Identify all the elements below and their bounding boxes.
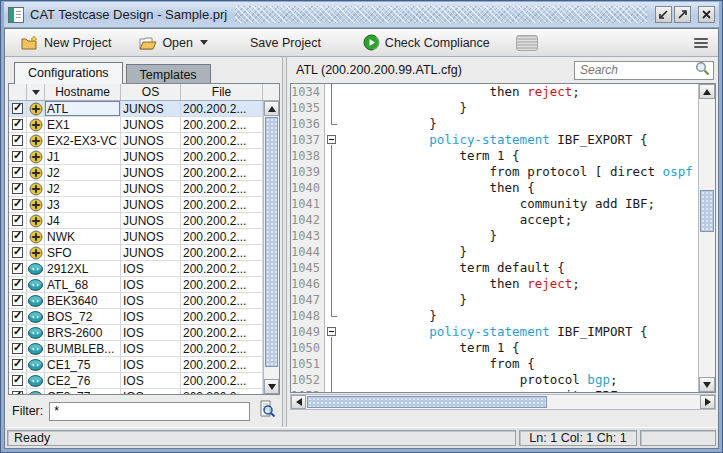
- row-checkbox[interactable]: [12, 167, 23, 178]
- fold-margin: [325, 276, 339, 292]
- editor-hscrollbar-thumb[interactable]: [307, 396, 547, 408]
- table-row[interactable]: NWKJUNOS200.200.2...: [9, 229, 263, 245]
- table-row[interactable]: CE2_76IOS200.200.2...: [9, 373, 263, 389]
- table-row[interactable]: CE1_75IOS200.200.2...: [9, 357, 263, 373]
- table-row[interactable]: SFOJUNOS200.200.2...: [9, 245, 263, 261]
- row-checkbox[interactable]: [12, 199, 23, 210]
- editor-scroll-right-button[interactable]: [700, 395, 715, 409]
- row-checkbox[interactable]: [12, 375, 23, 386]
- tab-configurations[interactable]: Configurations: [14, 62, 123, 84]
- hostname-cell: CE2_76: [45, 373, 121, 388]
- file-cell: 200.200.2...: [181, 373, 263, 388]
- row-checkbox[interactable]: [12, 151, 23, 162]
- row-checkbox[interactable]: [12, 359, 23, 370]
- search-input[interactable]: [580, 63, 695, 77]
- fold-margin: [325, 100, 339, 116]
- table-row[interactable]: 2912XLIOS200.200.2...: [9, 261, 263, 277]
- open-folder-icon: [139, 35, 157, 51]
- table-row[interactable]: EX1JUNOS200.200.2...: [9, 117, 263, 133]
- scroll-down-button[interactable]: [264, 379, 279, 394]
- editor-scroll-up-button[interactable]: [699, 84, 715, 99]
- line-number: 1048: [291, 308, 325, 324]
- tab-templates[interactable]: Templates: [126, 64, 211, 83]
- row-checkbox[interactable]: [12, 327, 23, 338]
- code-fold-minus-icon[interactable]: [327, 327, 336, 336]
- file-column-header[interactable]: File: [181, 84, 263, 100]
- row-checkbox[interactable]: [12, 311, 23, 322]
- row-checkbox[interactable]: [12, 215, 23, 226]
- open-button[interactable]: Open: [131, 33, 216, 53]
- title-bar[interactable]: CAT Testcase Design - Sample.prj: [4, 2, 719, 28]
- table-row[interactable]: ATLJUNOS200.200.2...: [9, 101, 263, 117]
- table-scrollbar[interactable]: [263, 101, 279, 394]
- filter-search-button[interactable]: [256, 400, 278, 422]
- filter-input[interactable]: [49, 402, 250, 421]
- row-checkbox[interactable]: [12, 247, 23, 258]
- checkbox-column-header[interactable]: [9, 84, 27, 100]
- table-row[interactable]: BEK3640IOS200.200.2...: [9, 293, 263, 309]
- table-row[interactable]: BUMBLEB...IOS200.200.2...: [9, 341, 263, 357]
- code-text: }: [339, 100, 467, 116]
- scroll-up-button[interactable]: [264, 101, 279, 116]
- table-row[interactable]: J4JUNOS200.200.2...: [9, 213, 263, 229]
- check-compliance-button[interactable]: Check Compliance: [355, 32, 498, 53]
- editor-scroll-down-button[interactable]: [699, 377, 715, 392]
- row-checkbox[interactable]: [12, 231, 23, 242]
- column-filter-header[interactable]: [27, 84, 45, 100]
- table-row[interactable]: J2JUNOS200.200.2...: [9, 165, 263, 181]
- code-fold-minus-icon[interactable]: [327, 135, 336, 144]
- row-checkbox[interactable]: [12, 135, 23, 146]
- row-checkbox[interactable]: [12, 279, 23, 290]
- close-button[interactable]: [698, 6, 715, 23]
- code-line: 1047 }: [291, 292, 698, 308]
- hamburger-menu-icon[interactable]: [694, 38, 710, 48]
- line-number: 1044: [291, 244, 325, 260]
- open-label: Open: [162, 36, 193, 50]
- table-row[interactable]: BOS_72IOS200.200.2...: [9, 309, 263, 325]
- file-cell: 200.200.2...: [181, 325, 263, 340]
- table-row[interactable]: BRS-2600IOS200.200.2...: [9, 325, 263, 341]
- junos-router-icon: [27, 149, 45, 164]
- status-extra: [640, 430, 716, 446]
- table-row[interactable]: EX2-EX3-VCJUNOS200.200.2...: [9, 133, 263, 149]
- fold-margin: [325, 340, 339, 356]
- row-checkbox[interactable]: [12, 183, 23, 194]
- table-row[interactable]: J1JUNOS200.200.2...: [9, 149, 263, 165]
- code-text: then reject;: [339, 84, 580, 100]
- row-checkbox[interactable]: [12, 103, 23, 114]
- os-cell: JUNOS: [121, 101, 181, 116]
- save-project-button[interactable]: Save Project: [242, 34, 329, 52]
- table-row[interactable]: J3JUNOS200.200.2...: [9, 197, 263, 213]
- row-checkbox[interactable]: [12, 295, 23, 306]
- code-editor[interactable]: 1034 then reject;1035 }1036 }1037 policy…: [290, 83, 716, 393]
- os-cell: IOS: [121, 325, 181, 340]
- minimize-button[interactable]: [655, 6, 672, 23]
- os-column-header[interactable]: OS: [121, 84, 181, 100]
- table-row[interactable]: J2JUNOS200.200.2...: [9, 181, 263, 197]
- row-checkbox[interactable]: [12, 119, 23, 130]
- search-magnifier-icon[interactable]: [695, 61, 710, 80]
- file-cell: 200.200.2...: [181, 213, 263, 228]
- row-checkbox[interactable]: [12, 263, 23, 274]
- fold-margin: [325, 212, 339, 228]
- hostname-column-header[interactable]: Hostname: [45, 84, 121, 100]
- file-cell: 200.200.2...: [181, 181, 263, 196]
- line-number: 1049: [291, 324, 325, 340]
- editor-horizontal-scrollbar[interactable]: [290, 394, 716, 410]
- os-cell: JUNOS: [121, 245, 181, 260]
- search-box[interactable]: [574, 61, 714, 80]
- line-number: 1034: [291, 84, 325, 100]
- junos-router-icon: [27, 197, 45, 212]
- table-row[interactable]: ATL_68IOS200.200.2...: [9, 277, 263, 293]
- hostname-cell: EX1: [45, 117, 121, 132]
- new-project-button[interactable]: New Project: [13, 33, 119, 53]
- table-row[interactable]: CE3_77IOS200.200.2...: [9, 389, 263, 394]
- row-checkbox[interactable]: [12, 343, 23, 354]
- editor-vertical-scrollbar[interactable]: [698, 84, 715, 392]
- maximize-button[interactable]: [674, 6, 691, 23]
- hostname-cell: BOS_72: [45, 309, 121, 324]
- editor-scroll-left-button[interactable]: [291, 395, 306, 409]
- table-scrollbar-thumb[interactable]: [265, 117, 278, 367]
- editor-scrollbar-thumb[interactable]: [700, 190, 714, 232]
- row-checkbox[interactable]: [12, 391, 23, 394]
